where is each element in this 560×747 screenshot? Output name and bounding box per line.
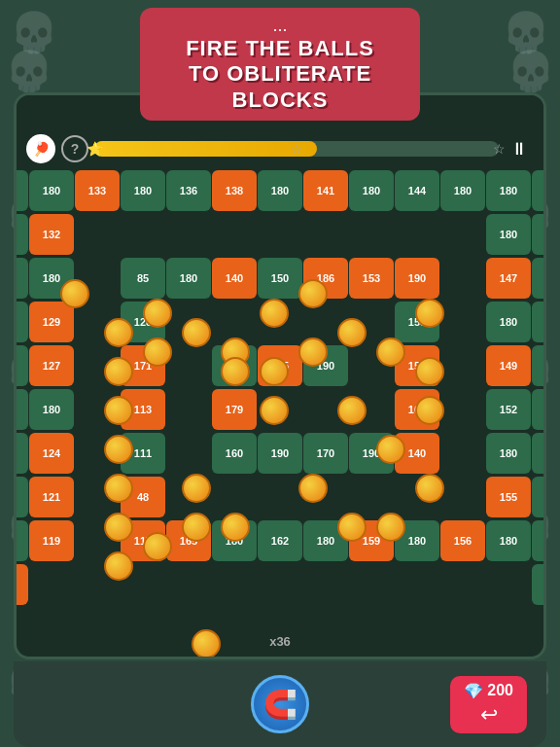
- grid-cell: 152: [486, 389, 531, 430]
- stars-bar: ⭐ ☆ ☆: [94, 141, 499, 157]
- grid-cell: 48: [121, 477, 165, 517]
- gem-button[interactable]: 💎 200 ↩: [450, 676, 527, 733]
- grid-row: 180132180180: [20, 213, 540, 256]
- grid-cell: [303, 564, 348, 605]
- title-banner: ... FIRE THE BALLS TO OBLITERATE BLOCKS: [140, 8, 420, 121]
- grid-cell: 119: [29, 520, 74, 561]
- grid-cell: 141: [303, 170, 348, 211]
- grid-cell: [258, 214, 302, 255]
- grid-cell: [486, 564, 531, 605]
- star-3: ☆: [493, 141, 506, 157]
- stars-fill: [94, 141, 317, 157]
- grid-cell: [212, 214, 257, 255]
- grid-cell: [303, 608, 348, 649]
- grid-cell: 121: [29, 477, 74, 517]
- grid-cell: 113: [121, 389, 165, 430]
- grid-row: 180129128158180180: [20, 301, 540, 343]
- grid-cell: [212, 652, 257, 659]
- grid-cell: 161: [395, 389, 439, 430]
- progress-section: 🏓 ? ⭐ ☆ ☆ ⏸: [17, 132, 543, 167]
- grid-cell: 140: [395, 433, 439, 474]
- help-button[interactable]: ?: [61, 135, 88, 162]
- grid-cell: [29, 608, 74, 649]
- grid-cell: [75, 389, 120, 430]
- grid-cell: [440, 345, 485, 386]
- game-board: 8403 🏓 ? ⭐ ☆ ☆ ⏸ 18018013318013613818014…: [14, 92, 546, 659]
- grid-cell: [486, 608, 531, 649]
- grid-cell: [75, 608, 120, 649]
- grid-cell: [349, 652, 394, 659]
- grid-cell: [440, 302, 485, 342]
- grid-cell: 190: [349, 433, 394, 474]
- grid-cell: [303, 652, 348, 659]
- grid-cell: 180: [532, 433, 546, 474]
- grid-cell: [303, 214, 348, 255]
- grid-cell: [14, 608, 28, 649]
- grid-cell: [212, 477, 257, 517]
- grid-cell: 180: [486, 433, 531, 474]
- grid-cell: [212, 608, 257, 649]
- grid-cell: 124: [29, 433, 74, 474]
- grid-cell: [75, 564, 120, 605]
- grid-cell: 180: [532, 520, 546, 561]
- grid-cell: 180: [14, 214, 28, 255]
- grid-cell: [258, 389, 302, 430]
- grid-cell: [166, 608, 211, 649]
- grid-cell: [440, 214, 485, 255]
- grid-row: 180127171190185190159149180: [20, 344, 540, 387]
- bottom-bar: 🧲 💎 200 ↩: [14, 661, 546, 747]
- grid-cell: 150: [258, 258, 302, 299]
- gem-icon: 💎: [464, 682, 483, 700]
- grid-cell: 144: [395, 170, 439, 211]
- grid-cell: 159: [395, 345, 439, 386]
- grid-cell: [121, 564, 165, 605]
- grid-cell: 162: [258, 520, 302, 561]
- grid-cell: [395, 564, 439, 605]
- grid-cell: 155: [486, 477, 531, 517]
- grid-cell: [349, 608, 394, 649]
- magnet-button[interactable]: 🧲: [251, 675, 309, 733]
- grid-cell: 180: [486, 214, 531, 255]
- pause-button[interactable]: ⏸: [505, 134, 534, 163]
- grid-cell: 159: [349, 520, 394, 561]
- gem-count: 200: [487, 682, 513, 699]
- grid-cell: [212, 564, 257, 605]
- grid-cell: [303, 477, 348, 517]
- grid-cell: [258, 477, 302, 517]
- grid-cell: 190: [258, 433, 302, 474]
- grid-cell: [532, 652, 546, 659]
- grid-cell: [75, 214, 120, 255]
- title-dots: ...: [163, 16, 397, 36]
- grid-cell: 190: [303, 345, 348, 386]
- grid-cell: [395, 477, 439, 517]
- grid-cell: 190: [395, 258, 439, 299]
- grid-cell: 180: [349, 170, 394, 211]
- grid-cell: 180: [14, 433, 28, 474]
- grid-cell: [166, 345, 211, 386]
- grid-cell: [395, 608, 439, 649]
- grid-cell: 180: [29, 258, 74, 299]
- grid-cell: 186: [303, 258, 348, 299]
- grid-cell: [166, 389, 211, 430]
- grid-cell: 85: [121, 258, 165, 299]
- grid-cell: 156: [440, 520, 485, 561]
- grid-cell: [121, 652, 165, 659]
- grid-cell: [440, 608, 485, 649]
- grid-cell: [440, 564, 485, 605]
- grid-cell: [258, 564, 302, 605]
- grid-cell: [349, 389, 394, 430]
- grid-cell: [166, 652, 211, 659]
- grid-cell: [166, 564, 211, 605]
- grid-cell: 171: [121, 345, 165, 386]
- grid-cell: 180: [14, 520, 28, 561]
- grid-row: 18012148155180: [20, 476, 540, 518]
- grid-cell: 180: [486, 302, 531, 342]
- grid-cell: 132: [29, 214, 74, 255]
- grid-cell: [440, 652, 485, 659]
- grid-cell: 117: [14, 564, 28, 605]
- grid-cell: 180: [532, 214, 546, 255]
- ping-button[interactable]: 🏓: [26, 134, 55, 163]
- grid-cell: 117: [121, 520, 165, 561]
- grid-cell: [75, 652, 120, 659]
- grid-cell: 180: [14, 170, 28, 211]
